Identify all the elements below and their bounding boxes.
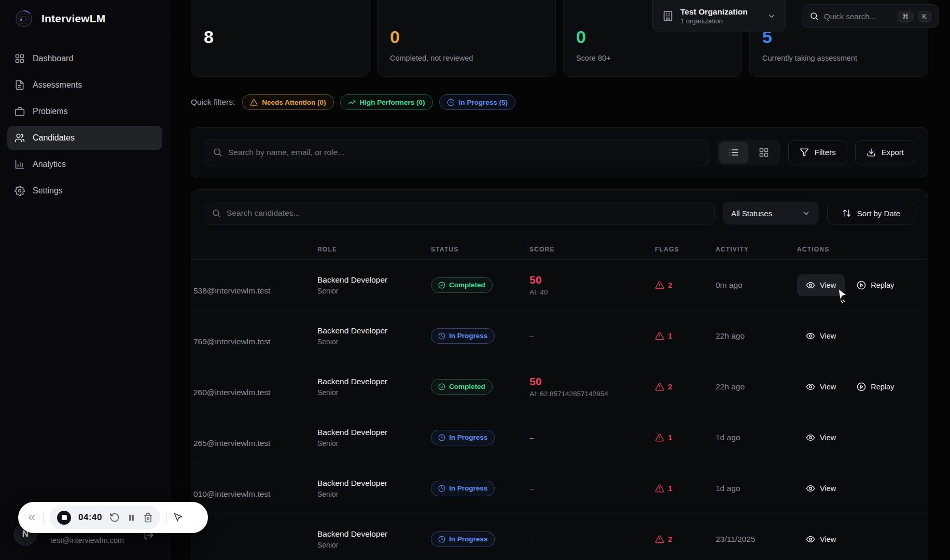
stat-value: 8 xyxy=(204,27,214,47)
candidate-role: Backend Developer xyxy=(317,479,431,488)
grid-icon xyxy=(759,147,769,158)
view-button[interactable]: View xyxy=(797,325,845,347)
main-search-box[interactable] xyxy=(204,139,709,165)
column-header-flags: FLAGS xyxy=(655,246,716,253)
table-row[interactable]: 260@interviewlm.test Backend Developer S… xyxy=(191,361,928,412)
recorder-controls: 04:40 xyxy=(50,506,160,529)
flag-alert-icon xyxy=(655,331,664,341)
restart-recording-icon[interactable] xyxy=(109,512,120,523)
sidebar-item-label: Assessments xyxy=(33,80,82,90)
filter-in-progress[interactable]: In Progress (5) xyxy=(439,94,516,110)
activity-time: 23/11/2025 xyxy=(716,535,797,544)
flag-alert-icon xyxy=(655,484,664,493)
sidebar-item-dashboard[interactable]: Dashboard xyxy=(7,47,162,71)
sidebar-item-label: Analytics xyxy=(33,160,66,169)
table-row[interactable]: 538@interviewlm.test Backend Developer S… xyxy=(191,260,928,311)
org-subtitle: 1 organization xyxy=(680,17,748,25)
sidebar-item-candidates[interactable]: Candidates xyxy=(7,126,162,150)
warning-triangle-icon xyxy=(250,99,258,106)
sidebar-item-settings[interactable]: Settings xyxy=(7,179,162,203)
view-button[interactable]: View xyxy=(797,528,845,550)
filter-label: In Progress (5) xyxy=(459,99,508,106)
flags-count: 1 xyxy=(668,484,672,493)
filter-needs-attention[interactable]: Needs Attention (0) xyxy=(242,94,333,110)
sidebar-item-analytics[interactable]: Analytics xyxy=(7,152,162,176)
clock-icon xyxy=(438,332,445,340)
flags-count: 2 xyxy=(668,382,672,391)
eye-icon xyxy=(806,433,815,442)
status-label: In Progress xyxy=(449,535,487,543)
status-badge: In Progress xyxy=(431,481,495,496)
table-row[interactable]: 769@interviewlm.test Backend Developer S… xyxy=(191,311,928,361)
view-button[interactable]: View xyxy=(797,427,845,449)
quick-filters-label: Quick filters: xyxy=(191,97,235,107)
collapse-toolbar-icon[interactable] xyxy=(26,512,37,523)
sidebar-item-assessments[interactable]: Assessments xyxy=(7,73,162,97)
view-label: View xyxy=(820,535,836,543)
status-label: Completed xyxy=(449,281,485,289)
status-filter-value: All Statuses xyxy=(731,209,772,218)
screen-recorder-toolbar: 04:40 xyxy=(18,502,208,533)
chevron-down-icon xyxy=(802,209,811,218)
candidate-level: Senior xyxy=(317,490,431,498)
main-search-input[interactable] xyxy=(228,148,701,157)
cursor-tool-icon[interactable] xyxy=(173,512,184,523)
sidebar: InterviewLM Dashboard Assessments Proble… xyxy=(0,0,170,560)
view-button[interactable]: View xyxy=(797,274,845,296)
clock-icon xyxy=(438,485,445,492)
search-icon xyxy=(809,11,819,21)
activity-time: 0m ago xyxy=(716,281,797,290)
filter-label: High Performers (0) xyxy=(360,99,425,106)
delete-recording-icon[interactable] xyxy=(143,513,153,523)
candidates-search-input[interactable] xyxy=(227,208,707,218)
stat-label: Currently taking assessment xyxy=(762,54,857,62)
activity-time: 22h ago xyxy=(716,382,797,391)
org-switcher[interactable]: Test Organization 1 organization xyxy=(652,0,786,32)
status-badge: Completed xyxy=(431,277,493,293)
search-icon xyxy=(213,147,222,157)
pause-recording-icon[interactable] xyxy=(127,513,136,522)
table-row[interactable]: 265@interviewlm.test Backend Developer S… xyxy=(191,412,928,463)
sort-by-date-button[interactable]: Sort by Date xyxy=(827,202,915,225)
building-icon xyxy=(662,10,674,22)
column-header-actions: ACTIONS xyxy=(797,246,928,253)
flag-alert-icon xyxy=(655,382,664,391)
view-button[interactable]: View xyxy=(797,478,845,499)
filter-high-performers[interactable]: High Performers (0) xyxy=(340,94,433,110)
view-button[interactable]: View xyxy=(797,376,845,398)
view-label: View xyxy=(820,433,836,442)
list-view-button[interactable] xyxy=(719,142,748,163)
quick-search[interactable]: Quick search... ⌘ K xyxy=(802,4,939,28)
eye-icon xyxy=(806,382,815,391)
users-icon xyxy=(15,133,25,143)
flag-alert-icon xyxy=(655,433,664,442)
status-badge: In Progress xyxy=(431,531,495,547)
export-button[interactable]: Export xyxy=(855,141,915,164)
main-content: Test Organization 1 organization Quick s… xyxy=(170,0,950,560)
candidate-email: 265@interviewlm.test xyxy=(193,439,316,448)
stop-recording-button[interactable] xyxy=(57,511,71,525)
sidebar-item-problems[interactable]: Problems xyxy=(7,100,162,123)
file-text-icon xyxy=(15,80,25,90)
flag-alert-icon xyxy=(655,281,664,290)
org-name: Test Organization xyxy=(680,7,748,17)
app-title: InterviewLM xyxy=(41,12,106,25)
sidebar-nav: Dashboard Assessments Problems Candidate… xyxy=(0,37,170,215)
stat-card-total: 8 xyxy=(191,0,370,77)
candidates-search-box[interactable] xyxy=(204,202,715,225)
replay-button[interactable]: Replay xyxy=(848,274,903,296)
score-value: 50 xyxy=(529,274,655,286)
filters-button[interactable]: Filters xyxy=(788,141,847,164)
status-badge: Completed xyxy=(431,379,493,395)
view-label: View xyxy=(820,484,836,493)
table-row[interactable]: 010@interviewlm.test Backend Developer S… xyxy=(191,463,928,514)
sort-label: Sort by Date xyxy=(857,209,900,218)
table-row[interactable]: Backend Developer Senior In Progress – 2… xyxy=(191,514,928,560)
status-filter-select[interactable]: All Statuses xyxy=(723,202,819,225)
grid-view-button[interactable] xyxy=(749,142,778,163)
filter-label: Needs Attention (0) xyxy=(262,99,326,106)
table-header-row: ROLE STATUS SCORE FLAGS ACTIVITY ACTIONS xyxy=(191,239,928,260)
user-email: test@interviewlm.com xyxy=(50,536,124,544)
replay-button[interactable]: Replay xyxy=(848,376,903,398)
status-label: In Progress xyxy=(449,433,487,441)
